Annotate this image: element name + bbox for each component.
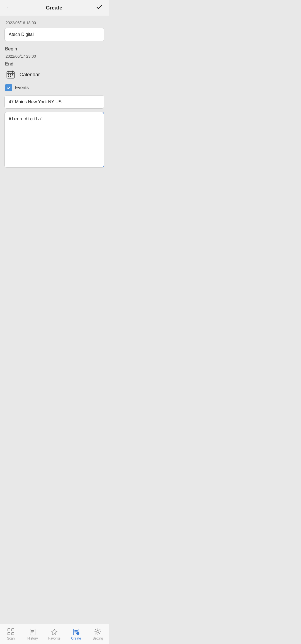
begin-label: Begin — [4, 46, 104, 52]
title-input[interactable] — [4, 28, 104, 41]
svg-rect-7 — [8, 76, 9, 77]
nav-favorite[interactable]: Favorite — [43, 626, 65, 640]
begin-date: 2022/06/17 23:00 — [4, 53, 104, 61]
bottom-navigation: Scan History Favorite — [0, 624, 109, 644]
svg-rect-8 — [10, 76, 11, 77]
nav-setting-label: Setting — [93, 636, 103, 640]
svg-rect-6 — [12, 74, 13, 75]
nav-history-label: History — [27, 636, 38, 640]
events-checkbox-row[interactable]: Events — [4, 84, 104, 91]
location-input[interactable] — [4, 95, 104, 109]
notes-textarea[interactable]: Atech digital — [4, 112, 104, 168]
nav-favorite-label: Favorite — [48, 636, 60, 640]
svg-point-25 — [97, 631, 99, 633]
svg-marker-17 — [52, 629, 57, 635]
calendar-icon — [5, 69, 16, 80]
calendar-row[interactable]: Calendar — [4, 69, 104, 80]
history-icon — [29, 628, 37, 636]
confirm-button[interactable] — [95, 3, 104, 13]
nav-setting[interactable]: Setting — [87, 626, 109, 640]
nav-history[interactable]: History — [22, 626, 43, 640]
page-title: Create — [46, 5, 62, 11]
app-header: ← Create — [0, 0, 109, 16]
calendar-label: Calendar — [20, 72, 40, 78]
svg-rect-10 — [12, 629, 14, 631]
events-label: Events — [15, 85, 29, 90]
nav-scan-label: Scan — [7, 636, 14, 640]
end-label: End — [4, 61, 104, 67]
setting-icon — [94, 628, 102, 636]
favorite-icon — [50, 628, 58, 636]
svg-rect-13 — [30, 629, 35, 635]
events-checkbox[interactable] — [5, 84, 12, 91]
svg-rect-9 — [8, 629, 10, 631]
nav-scan[interactable]: Scan — [0, 626, 22, 640]
scan-icon — [7, 628, 15, 636]
nav-create-label: Create — [71, 636, 81, 640]
svg-rect-4 — [8, 74, 9, 75]
svg-rect-11 — [8, 633, 10, 635]
create-icon — [72, 628, 80, 636]
top-datetime: 2022/06/16 18:00 — [4, 18, 104, 26]
main-content: 2022/06/16 18:00 Begin 2022/06/17 23:00 … — [0, 16, 109, 202]
nav-create[interactable]: Create — [65, 626, 87, 640]
svg-rect-12 — [12, 633, 14, 635]
back-button[interactable]: ← — [5, 3, 13, 13]
svg-rect-5 — [10, 74, 11, 75]
